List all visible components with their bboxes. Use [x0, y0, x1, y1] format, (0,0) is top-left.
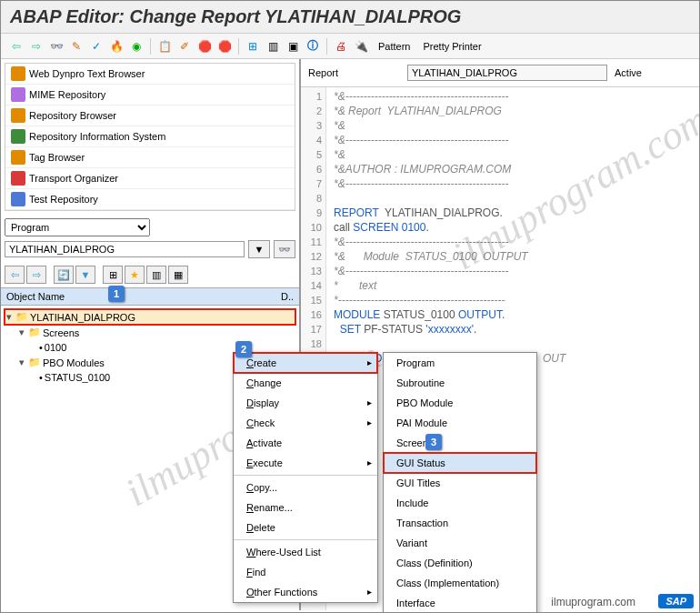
- report-label: Report: [308, 67, 338, 78]
- pretty-printer-button[interactable]: Pretty Printer: [423, 41, 481, 52]
- ctx-item-find[interactable]: Find: [234, 562, 377, 582]
- ctx-item-change[interactable]: Change: [234, 373, 377, 393]
- object-name-input[interactable]: [5, 241, 245, 257]
- nav-item[interactable]: Test Repository: [5, 189, 295, 210]
- ctx-item-display[interactable]: Display: [234, 393, 377, 413]
- tree-folder-label: PBO Modules: [43, 357, 105, 368]
- nav-label: MIME Repository: [29, 89, 105, 100]
- tree-header-desc: D..: [281, 291, 294, 302]
- tree-fwd-icon[interactable]: ⇨: [26, 266, 46, 284]
- enhance-icon[interactable]: 🔌: [353, 38, 369, 55]
- tree-fav-icon[interactable]: ★: [125, 266, 145, 284]
- where-used-icon[interactable]: 📋: [156, 38, 173, 55]
- nav-icon: [11, 171, 25, 186]
- ctx-item-rename[interactable]: Rename...: [234, 497, 377, 518]
- nav-item[interactable]: Tag Browser: [5, 147, 295, 168]
- nav-icon: [11, 129, 25, 144]
- ctx-item-guistatus[interactable]: GUI Status: [384, 453, 536, 473]
- nav-icon: [11, 87, 25, 102]
- nav-icon: [11, 66, 25, 81]
- nav-label: Test Repository: [29, 194, 98, 205]
- tree-folder-label: Screens: [43, 327, 79, 338]
- ctx-item-classimplementation[interactable]: Class (Implementation): [384, 573, 536, 593]
- nav-item[interactable]: MIME Repository: [5, 85, 295, 106]
- nav-icon: [11, 192, 25, 206]
- ctx-item-include[interactable]: Include: [384, 493, 536, 513]
- context-menu-main: CreateChangeDisplayCheckActivateExecuteC…: [233, 352, 378, 603]
- ctx-item-delete[interactable]: Delete: [234, 518, 377, 538]
- ctx-item-subroutine[interactable]: Subroutine: [384, 373, 536, 393]
- ctx-item-check[interactable]: Check: [234, 413, 377, 433]
- callout-1: 1: [108, 286, 125, 302]
- nav-item[interactable]: Repository Information System: [5, 126, 295, 147]
- nav-item[interactable]: Transport Organizer: [5, 168, 295, 189]
- back-icon[interactable]: ⇦: [8, 38, 25, 55]
- help-icon[interactable]: ⓘ: [305, 38, 321, 55]
- nav-label: Web Dynpro Text Browser: [29, 68, 145, 79]
- other-icon[interactable]: ✓: [88, 38, 105, 55]
- glasses-button[interactable]: 👓: [274, 240, 295, 258]
- fullscreen-icon[interactable]: ▣: [285, 38, 301, 55]
- tree-expand-icon[interactable]: ▼: [75, 266, 95, 284]
- display-icon[interactable]: 👓: [48, 38, 65, 55]
- ctx-item-otherfunctions[interactable]: Other Functions: [234, 582, 377, 602]
- breakpoint-icon[interactable]: 🛑: [196, 38, 213, 55]
- debug-icon[interactable]: 🛑: [216, 38, 233, 55]
- tree-root[interactable]: ▾📁 YLATIHAN_DIALPROG: [5, 309, 295, 325]
- tree-header-name: Object Name: [6, 291, 65, 302]
- ctx-separator: [234, 539, 377, 540]
- tree-refresh-icon[interactable]: 🔄: [54, 266, 74, 284]
- tree-leaf-label: 0100: [45, 342, 66, 353]
- tree-filter-icon[interactable]: ▥: [146, 266, 166, 284]
- footer-text: ilmuprogram.com: [551, 596, 635, 608]
- ctx-item-whereusedlist[interactable]: Where-Used List: [234, 542, 377, 562]
- ctx-item-screen[interactable]: Screen: [384, 433, 536, 453]
- ctx-separator: [234, 475, 377, 476]
- dropdown-button[interactable]: ▼: [248, 240, 270, 258]
- object-type-select[interactable]: Program: [5, 218, 150, 236]
- main-toolbar: ⇦ ⇨ 👓 ✎ ✓ 🔥 ◉ 📋 ✐ 🛑 🛑 ⊞ ▥ ▣ ⓘ 🖨 🔌 Patter…: [1, 34, 699, 59]
- ctx-item-classdefinition[interactable]: Class (Definition): [384, 553, 536, 573]
- pattern-button[interactable]: Pattern: [378, 41, 410, 52]
- toolbar-separator: [326, 38, 327, 55]
- check-icon[interactable]: ✐: [176, 38, 193, 55]
- activate-icon[interactable]: 🔥: [108, 38, 125, 55]
- ctx-item-interface[interactable]: Interface: [384, 593, 536, 613]
- nav-list: Web Dynpro Text BrowserMIME RepositoryRe…: [5, 63, 295, 211]
- ctx-item-execute[interactable]: Execute: [234, 453, 377, 473]
- ctx-item-transaction[interactable]: Transaction: [384, 513, 536, 533]
- ctx-item-copy[interactable]: Copy...: [234, 477, 377, 497]
- tree-toolbar: ⇦ ⇨ 🔄 ▼ ⊞ ★ ▥ ▦: [1, 262, 299, 287]
- toolbar-separator: [238, 38, 239, 55]
- hierarchy-icon[interactable]: ⊞: [245, 38, 261, 55]
- callout-3: 3: [425, 434, 442, 450]
- nav-item[interactable]: Web Dynpro Text Browser: [5, 64, 295, 85]
- ctx-item-program[interactable]: Program: [384, 353, 536, 373]
- ctx-item-guititles[interactable]: GUI Titles: [384, 473, 536, 493]
- ctx-item-pbomodule[interactable]: PBO Module: [384, 393, 536, 413]
- title-bar: ABAP Editor: Change Report YLATIHAN_DIAL…: [1, 1, 699, 34]
- execute-icon[interactable]: ◉: [128, 38, 145, 55]
- nav-label: Transport Organizer: [29, 173, 118, 184]
- nav-label: Repository Information System: [29, 131, 165, 142]
- report-name-field[interactable]: [407, 65, 607, 81]
- ctx-item-variant[interactable]: Variant: [384, 533, 536, 553]
- tree-more-icon[interactable]: ▦: [168, 266, 188, 284]
- nav-icon: [11, 150, 25, 165]
- display-list-icon[interactable]: ▥: [265, 38, 281, 55]
- tree-folder-screens[interactable]: ▾📁 Screens: [5, 325, 295, 340]
- nav-label: Repository Browser: [29, 110, 116, 121]
- ctx-item-activate[interactable]: Activate: [234, 433, 377, 453]
- nav-item[interactable]: Repository Browser: [5, 106, 295, 126]
- forward-icon[interactable]: ⇨: [28, 38, 45, 55]
- active-icon[interactable]: ✎: [68, 38, 85, 55]
- tree-back-icon[interactable]: ⇦: [5, 266, 25, 284]
- context-menu-create: ProgramSubroutinePBO ModulePAI ModuleScr…: [383, 352, 537, 613]
- tree-hierarchy-icon[interactable]: ⊞: [103, 266, 123, 284]
- transport-icon[interactable]: 🖨: [333, 38, 349, 55]
- report-status: Active: [615, 67, 642, 78]
- nav-label: Tag Browser: [29, 152, 85, 163]
- ctx-item-paimodule[interactable]: PAI Module: [384, 413, 536, 433]
- toolbar-separator: [150, 38, 151, 55]
- ctx-item-create[interactable]: Create: [234, 353, 377, 373]
